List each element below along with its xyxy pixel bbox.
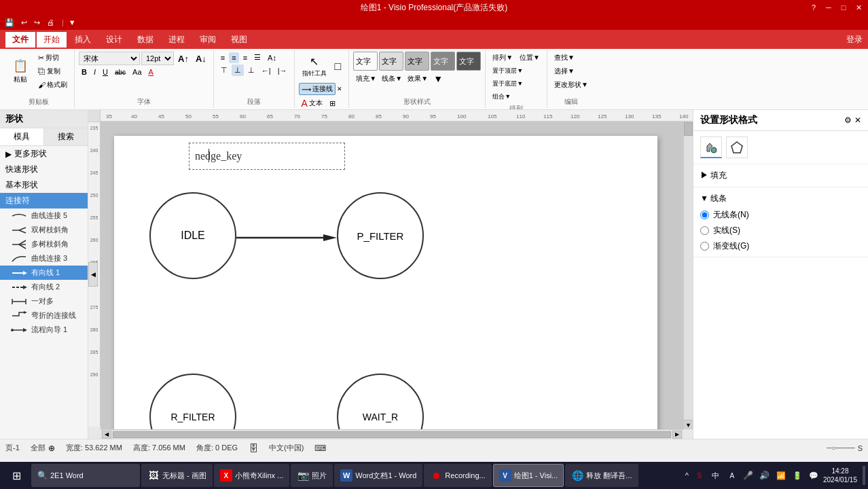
align-left-btn[interactable]: ≡	[218, 52, 228, 63]
shape-style-2[interactable]: 文字	[379, 52, 403, 71]
redo-btn[interactable]: ↪	[32, 18, 42, 28]
shape-item-multi-branch[interactable]: 多树枝斜角	[0, 237, 88, 251]
indent-decrease-btn[interactable]: ←|	[259, 65, 274, 76]
effect-btn[interactable]: 效果▼	[405, 72, 429, 86]
shape-item-curve3[interactable]: 曲线连接 3	[0, 251, 88, 266]
arrow-idle-pfilter[interactable]	[236, 231, 337, 244]
p-filter-circle[interactable]: P_FILTER	[337, 192, 424, 279]
tray-expand-btn[interactable]: ^	[684, 470, 690, 481]
shape-style-4[interactable]: 文字	[431, 52, 455, 71]
maximize-btn[interactable]: □	[837, 1, 850, 14]
close-btn[interactable]: ✕	[852, 1, 865, 14]
shape-btn[interactable]: □	[331, 57, 345, 76]
category-more[interactable]: ▶ 更多形状	[0, 146, 88, 162]
menu-view[interactable]: 视图	[224, 32, 254, 48]
search-input-bar[interactable]: 🔍 2E1 Word	[31, 464, 140, 487]
cut-btn[interactable]: ✂剪切	[35, 52, 70, 64]
underline-btn[interactable]: U	[100, 67, 111, 77]
tray-keyboard-icon[interactable]: A	[725, 469, 739, 482]
menu-data[interactable]: 数据	[130, 32, 160, 48]
tray-message-icon[interactable]: 💬	[807, 469, 820, 482]
category-quick[interactable]: 快速形状	[0, 162, 88, 177]
fill-btn[interactable]: 填充▼	[353, 72, 378, 86]
panel-close-btn[interactable]: ✕	[854, 115, 861, 125]
shape-tab-model[interactable]: 模具	[0, 128, 44, 145]
menu-review[interactable]: 审阅	[193, 32, 223, 48]
bold-btn[interactable]: B	[79, 67, 90, 77]
align-top-btn[interactable]: ⊤	[218, 65, 230, 76]
taskbar-recording[interactable]: ⏺ Recording...	[424, 464, 491, 487]
line-section-header[interactable]: ▼ 线条	[700, 190, 861, 207]
bring-front-btn[interactable]: 置于顶层▼	[490, 65, 526, 77]
shape-item-double-branch[interactable]: 双树枝斜角	[0, 223, 88, 237]
customize-btn[interactable]: ▼	[67, 18, 78, 27]
copy-btn[interactable]: ⿻复制	[35, 65, 70, 77]
shape-item-arrow1[interactable]: 有向线 1	[0, 266, 88, 280]
add-page-btn[interactable]: ⊕	[48, 443, 55, 453]
canvas-area[interactable]: 35 40 45 50 55 60 65 70 75 80 85 90 95 1…	[88, 110, 693, 439]
taskbar-visio[interactable]: V 绘图1 - Visi...	[493, 464, 564, 487]
line-solid-option[interactable]: 实线(S)	[700, 223, 861, 238]
select-btn[interactable]: 选择▼	[551, 65, 577, 77]
line-gradient-radio[interactable]	[700, 242, 709, 251]
group-btn[interactable]: 组合▼	[490, 91, 513, 103]
pentagon-shape-btn[interactable]	[726, 137, 748, 158]
list-btn[interactable]: ☰	[251, 52, 264, 63]
font-size-select[interactable]: 12pt	[141, 52, 174, 65]
shape-style-3[interactable]: 文字	[405, 52, 429, 71]
fill-section-header[interactable]: ▶ 填充	[700, 167, 861, 184]
shape-style-5[interactable]: 文字	[456, 52, 481, 71]
tray-s-icon[interactable]: S	[693, 469, 706, 482]
menu-insert[interactable]: 插入	[68, 32, 98, 48]
category-connector[interactable]: 连接符	[0, 193, 88, 209]
text-dir-btn[interactable]: A↕	[265, 52, 279, 63]
idle-circle[interactable]: IDLE	[149, 192, 236, 279]
shape-item-curve5[interactable]: 曲线连接 5	[0, 209, 88, 223]
menu-home[interactable]: 开始	[37, 32, 67, 48]
taskbar-paint[interactable]: 🖼 无标题 - 画图	[141, 464, 213, 487]
font-case-btn[interactable]: Aa	[130, 67, 144, 77]
tray-volume-icon[interactable]: 🔊	[758, 469, 772, 482]
menu-process[interactable]: 进程	[162, 32, 192, 48]
align-bottom-btn[interactable]: ⊥	[245, 65, 257, 76]
login-btn[interactable]: 登录	[846, 34, 863, 46]
tray-network-icon[interactable]: 📶	[774, 469, 788, 482]
line-solid-radio[interactable]	[700, 226, 709, 235]
shape-tab-search[interactable]: 搜索	[44, 128, 88, 145]
category-basic[interactable]: 基本形状	[0, 177, 88, 193]
start-button[interactable]: ⊞	[3, 464, 30, 487]
align-middle-btn[interactable]: ⊥	[232, 65, 244, 76]
paste-btn[interactable]: 📋 粘贴	[7, 55, 34, 88]
text-btn[interactable]: A文本	[299, 96, 325, 110]
wait-r-circle[interactable]: WAIT_R	[337, 374, 424, 429]
change-style-btn[interactable]: 更改形状▼	[551, 79, 591, 91]
text-transform-btn[interactable]: ⊞	[327, 98, 338, 109]
indent-increase-btn[interactable]: |→	[275, 65, 290, 76]
more-style-btn[interactable]: ▼	[431, 72, 455, 86]
paint-bucket-btn[interactable]	[700, 137, 722, 158]
shape-style-1[interactable]: 文字	[353, 52, 378, 71]
menu-design[interactable]: 设计	[99, 32, 129, 48]
help-btn[interactable]: ?	[807, 1, 820, 14]
menu-file[interactable]: 文件	[5, 32, 35, 48]
line-none-radio[interactable]	[700, 211, 709, 219]
collapse-panel-btn[interactable]: ◀	[88, 262, 98, 287]
taskbar-xilinx[interactable]: X 小熊奇Xilinx ...	[214, 464, 290, 487]
show-desktop-btn[interactable]	[863, 466, 865, 485]
save-btn[interactable]: 💾	[3, 18, 16, 28]
clock[interactable]: 14:28 2024/01/15	[823, 467, 857, 484]
tray-lang-icon[interactable]: 中	[709, 469, 723, 482]
tray-mic-icon[interactable]: 🎤	[742, 469, 755, 482]
find-btn[interactable]: 查找▼	[551, 52, 577, 64]
connector-btn[interactable]: ⟿连接线	[299, 83, 336, 95]
send-back-btn[interactable]: 置于底层▼	[490, 78, 526, 90]
canvas-scroll[interactable]: nedge_key IDLE P_FILTER	[101, 122, 683, 429]
undo-btn[interactable]: ↩	[19, 18, 29, 28]
line-none-option[interactable]: 无线条(N)	[700, 207, 861, 223]
shape-item-bend[interactable]: 弯折的连接线	[0, 308, 88, 323]
font-shrink-btn[interactable]: A↓	[193, 52, 209, 65]
pointer-tool-btn[interactable]: ↖ 指针工具	[299, 52, 330, 82]
scroll-right-btn[interactable]: ▶	[672, 431, 682, 439]
view-selector[interactable]: 全部 ⊕	[31, 443, 55, 453]
shape-item-arrow2[interactable]: 有向线 2	[0, 280, 88, 294]
